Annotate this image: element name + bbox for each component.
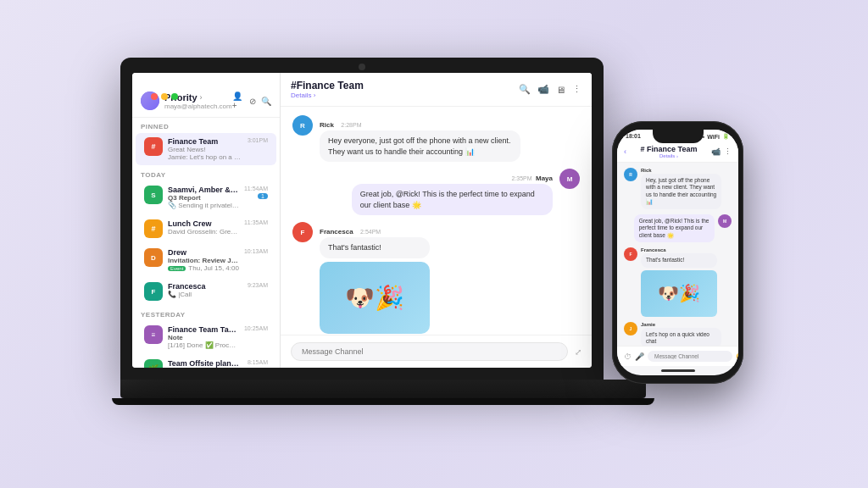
chat-subtitle[interactable]: Details › — [291, 92, 364, 99]
conv-content-finance-team: Finance Team Great News! Jamie: Let's ho… — [168, 137, 242, 161]
dog-party-image: 🐶🎉 — [320, 262, 430, 334]
laptop-bezel: Priority › maya@alphatech.com 👤+ ⊘ 🔍 — [120, 58, 604, 380]
phone-clock-icon[interactable]: ⏱ — [624, 352, 632, 361]
traffic-lights — [144, 88, 185, 103]
laptop-camera — [359, 64, 365, 70]
msg-sender-francesca: Francesca — [320, 228, 353, 236]
more-options-icon[interactable]: ⋮ — [572, 84, 581, 95]
maximize-button[interactable] — [171, 93, 178, 100]
conv-time-saamvi: 11:54AM — [244, 186, 268, 191]
msg-bubble-francesca: That's fantastic! — [320, 237, 430, 258]
conversation-item-saamvi[interactable]: S Saamvi, Amber & Pam Q3 Report 📎 Sendin… — [136, 181, 276, 214]
conv-preview-tasks: [1/16] Done ✅ Processing 🔄 Stuck ❌ — [168, 341, 239, 349]
phone-chat-title: # Finance Team — [641, 145, 698, 153]
conversation-item-lunch-crew[interactable]: # Lunch Crew David Grosselin: Great, see… — [136, 215, 276, 242]
conv-preview: Great News! — [168, 146, 242, 153]
msg-avatar-maya: M — [559, 169, 580, 189]
close-button[interactable] — [151, 93, 158, 100]
chat-header: #Finance Team Details › 🔍 📹 🖥 ⋮ — [281, 73, 592, 107]
sidebar-header-icons: 👤+ ⊘ 🔍 — [232, 92, 271, 110]
chat-header-icons: 🔍 📹 🖥 ⋮ — [519, 84, 581, 95]
expand-icon[interactable]: ⤢ — [575, 347, 581, 357]
conv-content-saamvi: Saamvi, Amber & Pam Q3 Report 📎 Sending … — [168, 186, 239, 209]
p-msg-row-jamie: J Jamie Let's hop on a quick video chat … — [624, 322, 732, 347]
conversation-item-tasks[interactable]: ≡ Finance Team Tasks 📋 Note [1/16] Done … — [136, 321, 276, 353]
conv-time-tasks: 10:25AM — [244, 325, 268, 331]
conv-time: 3:01PM — [248, 137, 268, 143]
msg-sender-rick: Rick — [320, 121, 334, 129]
conv-icon-lunch: # — [144, 219, 163, 238]
laptop-screen: Priority › maya@alphatech.com 👤+ ⊘ 🔍 — [132, 73, 592, 368]
msg-sender-maya: Maya — [536, 175, 553, 182]
phone-chat-title-area: # Finance Team Details › — [641, 145, 698, 158]
p-msg-bubble-francesca: That's fantastic! — [641, 253, 717, 267]
p-msg-content-maya: Great job, @Rick! This is the perfect ti… — [634, 214, 715, 242]
conversation-item-drew[interactable]: D Drew Invitation: Review June Payments … — [136, 244, 276, 276]
phone-messages-area: R Rick Hey, just got off the phone with … — [617, 163, 738, 346]
p-msg-sender-francesca: Francesca — [641, 247, 717, 252]
battery-icon: 🔋 — [722, 133, 730, 140]
phone-mic-icon[interactable]: 🎤 — [635, 352, 644, 361]
conv-name-offsite: Team Offsite planning — [168, 359, 242, 368]
p-msg-row-francesca: F Francesca That's fantastic! 🐶🎉 — [624, 247, 732, 316]
conv-name-francesca: Francesca — [168, 282, 242, 291]
phone-more-icon[interactable]: ⋮ — [724, 147, 732, 156]
msg-bubble-rick: Hey everyone, just got off the phone wit… — [320, 130, 520, 162]
message-row-francesca: F Francesca 2:54PM That's fantastic! 🐶🎉 — [292, 222, 580, 334]
msg-image-francesca: 🐶🎉 — [320, 262, 430, 334]
msg-bubble-maya: Great job, @Rick! This is the perfect ti… — [352, 184, 553, 215]
phone-chat-header: ‹ # Finance Team Details › 📹 ⋮ — [617, 141, 738, 163]
conv-name: Finance Team — [168, 137, 242, 146]
sidebar: Priority › maya@alphatech.com 👤+ ⊘ 🔍 — [132, 73, 281, 368]
p-avatar-francesca: F — [624, 247, 637, 261]
conv-icon-tasks: ≡ — [144, 325, 163, 344]
phone-back-button[interactable]: ‹ — [624, 147, 626, 156]
conv-time-francesca: 9:23AM — [248, 282, 268, 288]
conv-name-drew: Drew — [168, 248, 239, 257]
wifi-icon: WiFi — [707, 134, 720, 140]
msg-content-rick: Rick 2:28PM Hey everyone, just got off t… — [320, 115, 520, 162]
screen-share-icon[interactable]: 🖥 — [556, 85, 565, 95]
conversation-item-finance-team[interactable]: # Finance Team Great News! Jamie: Let's … — [136, 133, 276, 165]
p-msg-sender-rick: Rick — [641, 168, 721, 173]
search-icon[interactable]: 🔍 — [261, 97, 271, 106]
phone-input-left-icons: ⏱ 🎤 — [624, 352, 644, 361]
phone-header-icons: 📹 ⋮ — [711, 147, 732, 156]
message-row-maya: M 2:35PM Maya Great job, @Rick! This is … — [292, 169, 580, 215]
minimize-button[interactable] — [161, 93, 168, 100]
conv-label-drew: Invitation: Review June Payments — [168, 257, 239, 264]
phone-chat-subtitle[interactable]: Details › — [659, 153, 678, 158]
main-chat: #Finance Team Details › 🔍 📹 🖥 ⋮ — [281, 73, 592, 368]
conv-time-area-lunch: 11:35AM — [244, 219, 268, 225]
phone-input-area: ⏱ 🎤 😊 — [617, 346, 738, 366]
conv-preview-francesca: 📞 |Call — [168, 291, 242, 298]
conv-label-saamvi: Q3 Report — [168, 194, 239, 202]
chat-title-area: #Finance Team Details › — [291, 80, 364, 99]
conv-name-tasks: Finance Team Tasks 📋 — [168, 325, 239, 334]
msg-avatar-francesca: F — [292, 222, 313, 242]
msg-avatar-rick: R — [292, 115, 313, 136]
filter-icon[interactable]: ⊘ — [249, 97, 256, 106]
phone-video-icon[interactable]: 📹 — [711, 147, 721, 156]
conv-time-drew: 10:13AM — [244, 248, 268, 254]
msg-meta-francesca: Francesca 2:54PM — [320, 222, 430, 237]
p-msg-content-rick: Rick Hey, just got off the phone with a … — [641, 168, 721, 209]
message-input[interactable] — [291, 342, 568, 361]
conv-time-area-tasks: 10:25AM — [244, 325, 268, 331]
p-msg-row-rick: R Rick Hey, just got off the phone with … — [624, 168, 732, 209]
conv-name-saamvi: Saamvi, Amber & Pam — [168, 186, 239, 194]
conversation-item-offsite[interactable]: 🌿 Team Offsite planning Harrison, You, A… — [136, 355, 276, 368]
p-msg-content-jamie: Jamie Let's hop on a quick video chat 📹 … — [641, 322, 721, 347]
message-row-rick: R Rick 2:28PM Hey everyone, just got off… — [292, 115, 580, 162]
conv-time-area-offsite: 8:15AM — [248, 359, 268, 365]
phone-emoji-icon[interactable]: 😊 — [736, 352, 738, 361]
video-icon[interactable]: 📹 — [537, 84, 549, 95]
chat-search-icon[interactable]: 🔍 — [519, 84, 531, 95]
conv-time-area-francesca: 9:23AM — [248, 282, 268, 288]
phone-message-input[interactable] — [648, 351, 732, 362]
phone-input-right-icons: 😊 — [736, 352, 738, 361]
conv-name-lunch: Lunch Crew — [168, 219, 239, 228]
msg-content-francesca-msg: Francesca 2:54PM That's fantastic! 🐶🎉 — [320, 222, 430, 334]
add-contact-icon[interactable]: 👤+ — [232, 92, 244, 110]
conversation-item-francesca[interactable]: F Francesca 📞 |Call 9:23AM — [136, 278, 276, 305]
